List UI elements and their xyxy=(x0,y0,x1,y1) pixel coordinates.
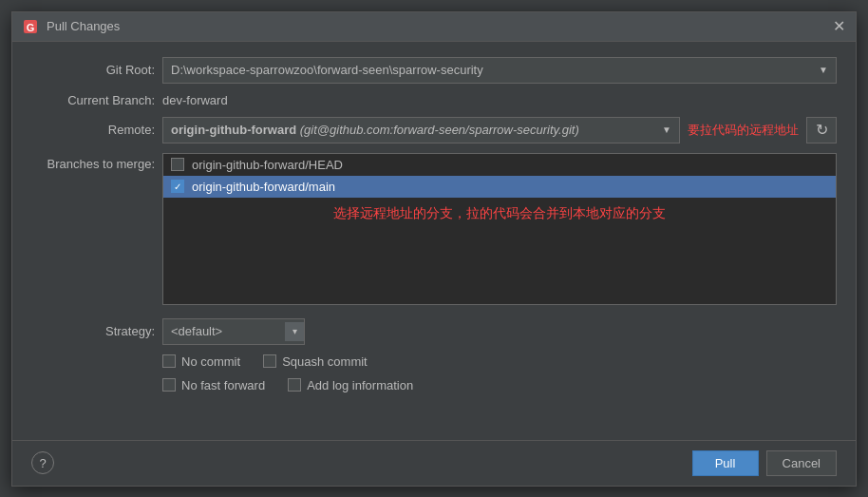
no-commit-option[interactable]: No commit xyxy=(162,354,240,369)
cancel-button[interactable]: Cancel xyxy=(766,450,837,476)
branch-head-label: origin-github-forward/HEAD xyxy=(192,158,343,172)
branches-annotation: 选择远程地址的分支，拉的代码会合并到本地对应的分支 xyxy=(333,205,666,222)
strategy-arrow-icon: ▾ xyxy=(285,322,304,341)
options-row-1: No commit Squash commit xyxy=(162,354,837,369)
branch-item-main[interactable]: ✓ origin-github-forward/main xyxy=(163,176,836,198)
git-root-label: Git Root: xyxy=(31,63,155,77)
current-branch-row: Current Branch: dev-forward xyxy=(31,93,837,107)
strategy-dropdown[interactable]: <default> ▾ xyxy=(162,318,305,345)
branch-head-checkbox[interactable] xyxy=(171,158,184,171)
add-log-checkbox[interactable] xyxy=(288,378,301,392)
git-root-value: D:\workspace-sparrowzoo\forward-seen\spa… xyxy=(171,63,483,77)
branch-main-label: origin-github-forward/main xyxy=(192,180,335,194)
branches-label: Branches to merge: xyxy=(31,153,155,171)
pull-button[interactable]: Pull xyxy=(692,450,759,476)
help-button[interactable]: ? xyxy=(31,451,54,474)
title-bar: G Pull Changes ✕ xyxy=(12,12,856,42)
close-button[interactable]: ✕ xyxy=(831,19,846,34)
refresh-button[interactable]: ↻ xyxy=(806,117,837,143)
footer-buttons: Pull Cancel xyxy=(692,450,837,476)
no-commit-checkbox[interactable] xyxy=(162,354,176,368)
pull-changes-dialog: G Pull Changes ✕ Git Root: D:\workspace-… xyxy=(11,11,857,487)
remote-dropdown[interactable]: origin-github-forward (git@github.com:fo… xyxy=(162,117,680,143)
dialog-footer: ? Pull Cancel xyxy=(12,440,856,486)
remote-arrow-icon: ▼ xyxy=(662,124,671,135)
strategy-value: <default> xyxy=(171,324,277,338)
strategy-row: Strategy: <default> ▾ xyxy=(31,318,837,345)
options-row-2: No fast forward Add log information xyxy=(162,378,837,392)
remote-row: Remote: origin-github-forward (git@githu… xyxy=(31,117,837,143)
dialog-content: Git Root: D:\workspace-sparrowzoo\forwar… xyxy=(12,42,856,440)
no-commit-label: No commit xyxy=(181,354,240,369)
squash-commit-label: Squash commit xyxy=(282,354,368,369)
git-root-arrow-icon: ▼ xyxy=(819,65,828,75)
git-root-row: Git Root: D:\workspace-sparrowzoo\forwar… xyxy=(31,57,837,84)
git-root-dropdown[interactable]: D:\workspace-sparrowzoo\forward-seen\spa… xyxy=(162,57,837,84)
remote-label: Remote: xyxy=(31,123,155,137)
no-fast-forward-label: No fast forward xyxy=(181,378,265,392)
current-branch-value: dev-forward xyxy=(162,93,228,107)
squash-commit-option[interactable]: Squash commit xyxy=(263,354,368,369)
remote-annotation: 要拉代码的远程地址 xyxy=(688,122,799,139)
remote-italic-text: (git@github.com:forward-seen/sparrow-sec… xyxy=(300,123,579,137)
branches-annotation-row: 选择远程地址的分支，拉的代码会合并到本地对应的分支 xyxy=(163,198,836,222)
add-log-label: Add log information xyxy=(307,378,413,392)
app-icon: G xyxy=(22,18,39,35)
dialog-title: Pull Changes xyxy=(47,19,831,33)
add-log-option[interactable]: Add log information xyxy=(288,378,413,392)
branches-section: Branches to merge: origin-github-forward… xyxy=(31,153,837,305)
no-fast-forward-checkbox[interactable] xyxy=(162,378,176,392)
remote-bold-text: origin-github-forward xyxy=(171,123,296,137)
current-branch-label: Current Branch: xyxy=(31,93,155,107)
strategy-label: Strategy: xyxy=(31,324,155,338)
branches-list: origin-github-forward/HEAD ✓ origin-gith… xyxy=(162,153,837,305)
svg-text:G: G xyxy=(27,22,35,33)
branch-item-head[interactable]: origin-github-forward/HEAD xyxy=(163,154,836,176)
branch-main-checkbox[interactable]: ✓ xyxy=(171,180,184,193)
squash-commit-checkbox[interactable] xyxy=(263,354,276,368)
no-fast-forward-option[interactable]: No fast forward xyxy=(162,378,265,392)
